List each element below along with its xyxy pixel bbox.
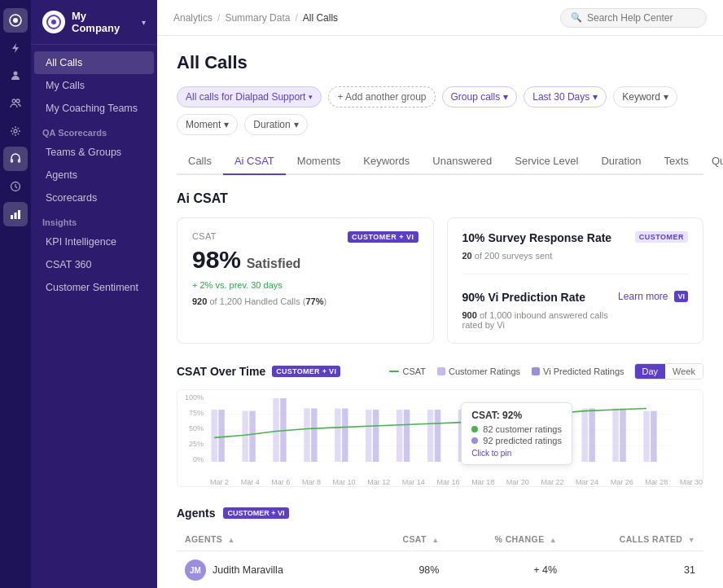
lightning-icon[interactable] (3, 36, 28, 60)
section-title: Ai CSAT (177, 191, 703, 206)
col-agents[interactable]: AGENTS ▲ (177, 528, 368, 551)
sidebar-item-csat-360[interactable]: CSAT 360 (34, 253, 154, 276)
breadcrumb-sep1: / (217, 12, 220, 24)
agents-section: Agents CUSTOMER + VI AGENTS ▲ CSAT ▲ % C… (177, 507, 703, 588)
team-icon[interactable] (3, 91, 28, 116)
tab-ai-csat[interactable]: Ai CSAT (223, 148, 286, 175)
tab-bar: Calls Ai CSAT Moments Keywords Unanswere… (177, 148, 703, 175)
search-box[interactable]: 🔍 (560, 8, 707, 28)
sidebar-item-my-coaching-teams[interactable]: My Coaching Teams (34, 97, 154, 120)
filter-group1[interactable]: All calls for Dialpad Support ▾ (177, 86, 322, 108)
tab-moments[interactable]: Moments (286, 148, 352, 175)
filter-last-30-days[interactable]: Last 30 Days ▾ (524, 86, 607, 108)
svg-rect-26 (397, 410, 402, 462)
agents-badge: CUSTOMER + VI (223, 507, 288, 519)
svg-rect-39 (342, 408, 348, 462)
chart-section: CSAT Over Time CUSTOMER + VI CSAT Custom… (177, 363, 703, 487)
breadcrumb-summary-data[interactable]: Summary Data (225, 12, 290, 24)
gear-icon[interactable] (3, 119, 28, 143)
company-name: My Company (72, 10, 135, 34)
chart-controls: CSAT Customer Ratings Vi Predicted Ratin… (389, 363, 703, 380)
legend-customer-ratings: Customer Ratings (437, 366, 520, 376)
sidebar-item-label: My Coaching Teams (46, 103, 138, 114)
chart-legend: CSAT Customer Ratings Vi Predicted Ratin… (389, 366, 624, 376)
sidebar-item-label: Agents (46, 169, 77, 181)
filter-moment[interactable]: Moment ▾ (177, 114, 238, 135)
chart-title: CSAT Over Time CUSTOMER + VI (177, 365, 340, 378)
csat-value: 98% (192, 246, 241, 273)
svg-rect-35 (218, 410, 224, 462)
sidebar-item-label: KPI Intelligence (46, 236, 116, 248)
col-csat[interactable]: CSAT ▲ (368, 528, 447, 551)
sidebar-item-all-calls[interactable]: All Calls (34, 51, 154, 74)
sidebar-item-my-calls[interactable]: My Calls (34, 74, 154, 97)
csat-suffix: Satisfied (247, 257, 301, 270)
sort-icon: ▲ (550, 536, 557, 544)
tab-calls[interactable]: Calls (177, 148, 223, 175)
tab-duration[interactable]: Duration (589, 148, 652, 175)
breadcrumb-sep2: / (295, 12, 297, 24)
tab-queue[interactable]: Queue (700, 148, 723, 175)
sidebar-item-label: Customer Sentiment (46, 282, 138, 293)
logo (42, 11, 65, 33)
chart-header: CSAT Over Time CUSTOMER + VI CSAT Custom… (177, 363, 703, 380)
tooltip-pin-link[interactable]: Click to pin (471, 449, 562, 458)
sidebar-item-customer-sentiment[interactable]: Customer Sentiment (34, 276, 154, 299)
svg-point-6 (14, 129, 17, 133)
filter-duration[interactable]: Duration ▾ (244, 114, 307, 135)
survey-detail: 20 of 200 surveys sent (462, 251, 612, 261)
filter-group-calls[interactable]: Group calls ▾ (442, 86, 518, 108)
sidebar-nav: All Calls My Calls My Coaching Teams QA … (31, 45, 157, 588)
filter-keyword[interactable]: Keyword ▾ (613, 86, 677, 108)
sidebar: My Company ▾ All Calls My Calls My Coach… (31, 0, 157, 588)
clock-icon[interactable] (3, 174, 28, 199)
sidebar-item-kpi-intelligence[interactable]: KPI Intelligence (34, 230, 154, 253)
chart-icon[interactable] (3, 202, 28, 226)
table-row: JM Judith Maravilla 98% + 4% 31 (177, 551, 703, 589)
sidebar-item-label: All Calls (46, 57, 82, 68)
svg-rect-20 (211, 410, 217, 462)
page-title: All Calls (177, 52, 703, 73)
sidebar-item-scorecards[interactable]: Scorecards (34, 186, 154, 209)
breadcrumb-analytics[interactable]: Analytics (173, 12, 213, 24)
col-change[interactable]: % CHANGE ▲ (447, 528, 565, 551)
section-label-insights: Insights (31, 209, 157, 230)
learn-more-link[interactable]: Learn more (618, 291, 668, 302)
table-header: AGENTS ▲ CSAT ▲ % CHANGE ▲ CALLS RATED ▼ (177, 528, 703, 551)
company-header[interactable]: My Company ▾ (31, 0, 157, 45)
svg-rect-25 (366, 410, 371, 462)
agents-table: AGENTS ▲ CSAT ▲ % CHANGE ▲ CALLS RATED ▼ (177, 528, 703, 588)
chart-tooltip: CSAT: 92% 82 customer ratings 92 predict… (461, 402, 572, 465)
left-icon-rail (0, 0, 31, 588)
tab-texts[interactable]: Texts (653, 148, 700, 175)
add-group-button[interactable]: + Add another group (328, 86, 435, 108)
svg-rect-10 (11, 215, 13, 219)
agents-table-body: JM Judith Maravilla 98% + 4% 31 AH Adaor… (177, 551, 703, 589)
day-week-toggle: Day Week (634, 363, 703, 380)
metric-card-csat: CUSTOMER + VI CSAT 98% Satisfied + 2% vs… (177, 217, 434, 344)
sidebar-item-teams-groups[interactable]: Teams & Groups (34, 141, 154, 164)
svg-point-3 (14, 72, 18, 76)
toggle-day[interactable]: Day (635, 364, 666, 379)
person-icon[interactable] (3, 64, 28, 88)
toggle-week[interactable]: Week (665, 364, 703, 379)
svg-rect-23 (304, 408, 309, 462)
search-input[interactable] (587, 12, 693, 24)
survey-title: 10% Survey Response Rate (462, 231, 612, 244)
dialpad-icon[interactable] (3, 8, 28, 33)
chevron-down-icon: ▾ (664, 91, 668, 103)
agent-cell: JM Judith Maravilla (177, 551, 368, 589)
csat-badge: CUSTOMER + VI (348, 231, 418, 243)
agent-name: Judith Maravilla (213, 564, 283, 576)
chevron-down-icon: ▾ (593, 91, 598, 103)
sidebar-item-agents[interactable]: Agents (34, 164, 154, 186)
col-calls-rated[interactable]: CALLS RATED ▼ (565, 528, 703, 551)
tab-unanswered[interactable]: Unanswered (421, 148, 503, 175)
legend-vi-predicted: Vi Predicted Ratings (532, 366, 624, 376)
tab-service-level[interactable]: Service Level (503, 148, 589, 175)
vi-prediction-row: 90% Vi Prediction Rate 900 of 1,000 inbo… (462, 291, 689, 330)
sidebar-item-label: Scorecards (46, 192, 97, 204)
headphone-icon[interactable] (3, 147, 28, 171)
svg-rect-11 (15, 213, 17, 219)
tab-keywords[interactable]: Keywords (352, 148, 421, 175)
